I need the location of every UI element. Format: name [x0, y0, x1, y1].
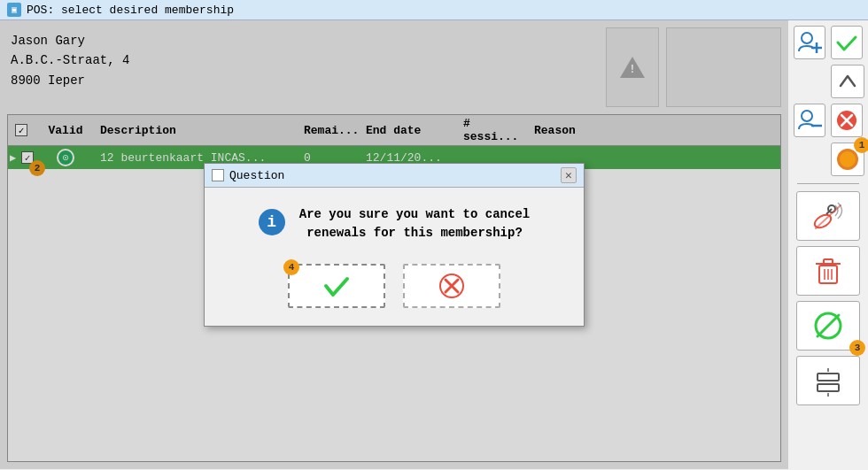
btn-row-top-1 [794, 26, 863, 59]
confirm-button[interactable] [831, 26, 863, 59]
svg-rect-24 [818, 384, 839, 391]
modal-title-bar: Question ✕ [205, 164, 584, 188]
main-container: Jason Gary A.B.C.-Straat, 4 8900 Ieper V… [0, 20, 868, 469]
modal-overlay: Question ✕ i Are you sure you want to ca… [0, 20, 788, 469]
no-sign-btn-row: 3 [794, 301, 863, 351]
remove-user-button[interactable] [794, 104, 825, 137]
btn-pair-top [792, 65, 864, 98]
trash-btn-row [794, 246, 863, 296]
btn-row-mid-2: 1 [794, 143, 863, 176]
no-x-icon [438, 273, 465, 299]
orange-circle-button[interactable]: 1 [831, 143, 864, 176]
remove-user-icon [797, 108, 822, 133]
satellite-btn-row [794, 191, 863, 241]
content-area: Jason Gary A.B.C.-Straat, 4 8900 Ieper V… [0, 20, 788, 469]
resize-icon [812, 365, 844, 397]
resize-btn-row [794, 356, 863, 405]
title-bar: ▣ POS: select desired membership [0, 0, 868, 20]
svg-rect-17 [824, 259, 833, 264]
modal-title-left: Question [212, 169, 284, 182]
yes-checkmark-icon [321, 270, 353, 302]
modal-title-label: Question [229, 169, 284, 182]
up-arrow-button[interactable] [831, 65, 864, 98]
right-panel: 1 [788, 20, 868, 469]
btn-pair-orange: 1 [792, 143, 864, 176]
svg-rect-23 [818, 374, 839, 381]
modal-close-button[interactable]: ✕ [561, 167, 577, 183]
add-user-button[interactable] [794, 26, 825, 59]
btn-row-mid-1 [794, 104, 863, 137]
add-user-icon [797, 30, 822, 55]
badge-3: 3 [849, 340, 865, 356]
no-sign-icon [812, 310, 844, 342]
resize-button[interactable] [796, 356, 860, 405]
modal-body: i Are you sure you want to cancel renewa… [205, 188, 584, 326]
badge-4: 4 [283, 259, 299, 275]
svg-line-22 [818, 315, 839, 336]
no-sign-button[interactable]: 3 [796, 301, 860, 351]
cancel-x-icon [834, 108, 859, 133]
btn-row-top-2 [794, 65, 863, 98]
title-bar-label: POS: select desired membership [27, 4, 234, 17]
satellite-icon [809, 196, 848, 235]
badge-1: 1 [854, 137, 868, 153]
divider [797, 183, 859, 184]
orange-dot-icon [837, 149, 858, 170]
info-icon: i [259, 209, 285, 235]
modal-message-row: i Are you sure you want to cancel renewa… [259, 205, 530, 243]
title-bar-icon: ▣ [7, 3, 21, 17]
trash-icon [812, 255, 844, 287]
satellite-button[interactable] [796, 191, 860, 241]
modal-yes-button[interactable]: 4 [288, 264, 385, 308]
up-arrow-icon [838, 72, 857, 91]
cancel-button[interactable] [831, 104, 863, 137]
svg-point-6 [802, 111, 812, 121]
modal-no-button[interactable] [403, 264, 500, 308]
question-modal: Question ✕ i Are you sure you want to ca… [204, 163, 585, 327]
modal-message-line2: renewals for this membership? [306, 226, 523, 240]
modal-message: Are you sure you want to cancel renewals… [299, 205, 530, 243]
confirm-check-icon [834, 30, 859, 55]
trash-button[interactable] [796, 246, 860, 296]
svg-point-3 [802, 33, 812, 43]
modal-message-line1: Are you sure you want to cancel [299, 207, 530, 221]
modal-title-icon [212, 169, 224, 181]
modal-buttons: 4 [288, 264, 500, 308]
